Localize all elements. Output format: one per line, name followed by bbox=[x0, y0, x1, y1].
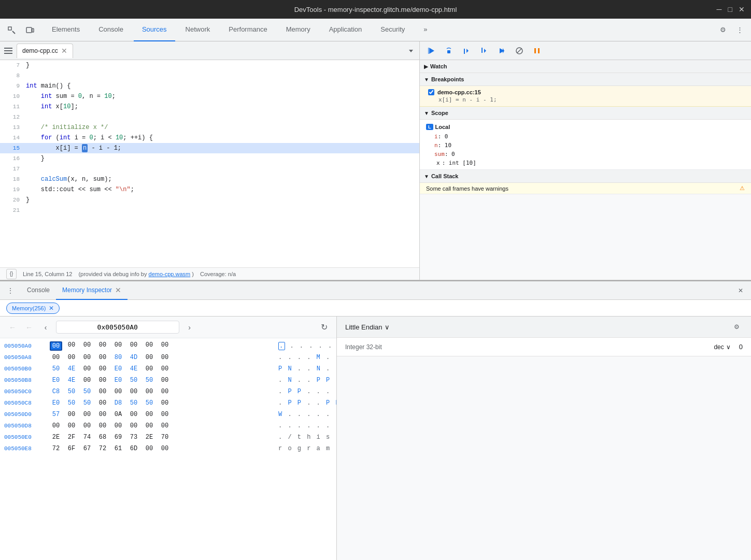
minimize-button[interactable]: ─ bbox=[717, 5, 722, 13]
hex-byte[interactable]: 00 bbox=[96, 399, 109, 407]
hex-byte[interactable]: 00 bbox=[65, 411, 78, 418]
scope-section-header[interactable]: Scope bbox=[420, 107, 751, 120]
hex-byte[interactable]: 00 bbox=[159, 445, 171, 452]
hex-byte[interactable]: E0 bbox=[50, 399, 62, 407]
tab-console[interactable]: Console bbox=[90, 19, 132, 41]
hex-byte[interactable]: 00 bbox=[81, 411, 93, 418]
hex-byte[interactable]: 00 bbox=[143, 445, 155, 452]
memory-tab-chip[interactable]: Memory(256) ✕ bbox=[6, 303, 60, 314]
hex-byte[interactable]: 00 bbox=[159, 388, 171, 395]
hex-byte[interactable]: 57 bbox=[50, 411, 62, 418]
hex-byte[interactable]: 00 bbox=[159, 399, 171, 407]
hex-byte[interactable]: 00 bbox=[81, 377, 93, 384]
hex-byte[interactable]: 00 bbox=[81, 422, 93, 429]
value-format-select[interactable]: dec ∨ bbox=[714, 343, 730, 351]
hex-byte[interactable]: 00 bbox=[143, 341, 155, 351]
hex-byte[interactable]: 50 bbox=[143, 399, 155, 407]
hex-byte[interactable]: 68 bbox=[96, 434, 109, 441]
tab-memory-inspector[interactable]: Memory Inspector ✕ bbox=[56, 281, 127, 300]
hex-byte[interactable]: 00 bbox=[143, 365, 155, 372]
value-panel-settings-button[interactable]: ⚙ bbox=[730, 321, 743, 333]
hex-byte[interactable]: 50 bbox=[127, 377, 140, 384]
step-out-button[interactable] bbox=[477, 44, 491, 58]
hex-byte[interactable]: 4E bbox=[127, 365, 140, 372]
hex-byte[interactable]: 2E bbox=[143, 434, 155, 441]
hex-byte[interactable]: 00 bbox=[127, 422, 140, 429]
hex-byte[interactable]: 2E bbox=[50, 434, 62, 441]
hex-byte[interactable]: 6D bbox=[127, 445, 140, 452]
hex-byte[interactable]: 00 bbox=[50, 422, 62, 429]
format-toggle[interactable]: {} bbox=[6, 269, 17, 279]
hex-byte[interactable]: 50 bbox=[81, 388, 93, 395]
step-into-button[interactable] bbox=[459, 44, 474, 58]
refresh-button[interactable]: ↻ bbox=[318, 321, 330, 334]
hex-byte[interactable]: 50 bbox=[143, 377, 155, 384]
hex-byte[interactable]: C8 bbox=[50, 388, 62, 395]
hex-byte[interactable]: 00 bbox=[159, 377, 171, 384]
breakpoint-checkbox[interactable] bbox=[428, 89, 434, 95]
hex-byte[interactable]: 00 bbox=[81, 365, 93, 372]
hex-byte[interactable]: 50 bbox=[127, 399, 140, 407]
tab-console-bottom[interactable]: Console bbox=[21, 281, 56, 300]
hex-byte[interactable]: 00 bbox=[159, 341, 171, 351]
nav-prev-button[interactable]: ‹ bbox=[39, 321, 52, 334]
hex-byte[interactable]: 50 bbox=[65, 399, 78, 407]
hex-byte[interactable]: 73 bbox=[127, 434, 140, 441]
hex-byte[interactable]: 00 bbox=[159, 422, 171, 429]
nav-next-button[interactable]: › bbox=[183, 321, 196, 334]
hex-byte[interactable]: 6F bbox=[65, 445, 78, 452]
hex-byte[interactable]: 00 bbox=[96, 354, 109, 361]
nav-back2-button[interactable]: ← bbox=[23, 321, 35, 334]
hex-byte[interactable]: D8 bbox=[112, 399, 124, 407]
sidebar-toggle[interactable] bbox=[2, 45, 15, 57]
hex-byte[interactable]: 00 bbox=[143, 354, 155, 361]
tab-elements[interactable]: Elements bbox=[44, 19, 88, 41]
hex-byte[interactable]: 00 bbox=[96, 411, 109, 418]
hex-byte[interactable]: 2F bbox=[65, 434, 78, 441]
endian-select[interactable]: Little Endian ∨ bbox=[345, 323, 390, 331]
step-over-button[interactable] bbox=[442, 44, 456, 58]
breakpoints-section-header[interactable]: Breakpoints bbox=[420, 73, 751, 86]
hex-byte[interactable]: 00 bbox=[159, 354, 171, 361]
wasm-link[interactable]: demo-cpp.wasm bbox=[149, 271, 191, 277]
hex-byte[interactable]: 80 bbox=[112, 354, 124, 361]
tab-performance[interactable]: Performance bbox=[220, 19, 275, 41]
address-input[interactable] bbox=[56, 321, 179, 334]
hex-byte[interactable]: 4D bbox=[127, 354, 140, 361]
hex-byte[interactable]: 00 bbox=[96, 365, 109, 372]
tab-more[interactable]: » bbox=[415, 19, 435, 41]
hex-byte[interactable]: 72 bbox=[50, 445, 62, 452]
hex-byte[interactable]: 00 bbox=[112, 388, 124, 395]
hex-byte[interactable]: 00 bbox=[159, 411, 171, 418]
tab-network[interactable]: Network bbox=[177, 19, 219, 41]
step-button[interactable] bbox=[494, 44, 509, 58]
tab-security[interactable]: Security bbox=[372, 19, 413, 41]
hex-byte[interactable]: 00 bbox=[96, 422, 109, 429]
hex-byte[interactable]: 72 bbox=[96, 445, 109, 452]
tab-memory[interactable]: Memory bbox=[278, 19, 319, 41]
more-menu-button[interactable]: ⋮ bbox=[732, 23, 747, 37]
nav-back-button[interactable]: ← bbox=[6, 321, 19, 334]
hex-byte[interactable]: 00 bbox=[96, 377, 109, 384]
hex-byte[interactable]: 74 bbox=[81, 434, 93, 441]
hex-byte[interactable]: 00 bbox=[81, 354, 93, 361]
hex-byte[interactable]: 0A bbox=[112, 411, 124, 418]
hex-byte[interactable]: E0 bbox=[50, 377, 62, 384]
inspect-element-button[interactable] bbox=[4, 23, 19, 37]
memory-chip-close[interactable]: ✕ bbox=[49, 305, 54, 312]
scope-var-x[interactable]: x: int [10] bbox=[424, 159, 747, 167]
hex-byte[interactable]: 00 bbox=[127, 341, 140, 351]
pause-on-exceptions-button[interactable] bbox=[530, 44, 544, 58]
hex-byte[interactable]: 00 bbox=[65, 422, 78, 429]
hex-byte[interactable]: 00 bbox=[96, 388, 109, 395]
hex-byte[interactable]: 00 bbox=[143, 388, 155, 395]
close-window-button[interactable]: ✕ bbox=[739, 5, 745, 13]
maximize-button[interactable]: □ bbox=[728, 5, 732, 13]
hex-byte[interactable]: 00 bbox=[143, 411, 155, 418]
source-file-tab[interactable]: demo-cpp.cc ✕ bbox=[17, 44, 73, 58]
hex-byte[interactable]: 00 bbox=[127, 388, 140, 395]
call-stack-section-header[interactable]: Call Stack bbox=[420, 170, 751, 183]
hex-byte[interactable]: 4E bbox=[65, 365, 78, 372]
scope-local-header[interactable]: L Local bbox=[424, 122, 747, 132]
hex-byte[interactable]: 00 bbox=[159, 365, 171, 372]
